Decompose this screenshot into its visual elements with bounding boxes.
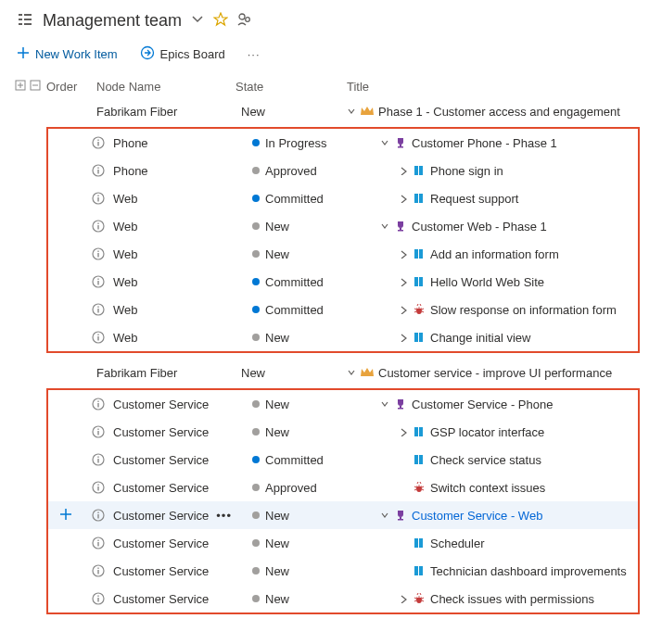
work-item-row[interactable]: PhoneApprovedPhone sign in <box>48 157 638 184</box>
info-icon[interactable] <box>83 453 113 466</box>
info-icon[interactable] <box>83 303 113 316</box>
collapse-all-button[interactable] <box>30 80 41 94</box>
info-icon[interactable] <box>83 509 113 522</box>
arrow-right-circle-icon <box>140 45 155 63</box>
info-icon[interactable] <box>83 481 113 494</box>
work-item-title[interactable]: Request support <box>430 192 518 206</box>
favorite-star-icon[interactable] <box>213 12 228 30</box>
tree-collapse-icon[interactable] <box>380 220 389 234</box>
team-icon[interactable] <box>237 12 252 30</box>
state-dot <box>252 567 260 575</box>
work-item-row[interactable]: WebCommittedHello World Web Site <box>48 268 638 296</box>
tree-expand-icon[interactable] <box>399 592 408 606</box>
info-icon[interactable] <box>83 425 113 438</box>
info-icon[interactable] <box>83 592 113 605</box>
tree-collapse-icon[interactable] <box>380 509 389 523</box>
work-item-title[interactable]: Customer Service - Web <box>412 509 542 523</box>
tree-expand-icon[interactable] <box>399 247 408 261</box>
work-item-row[interactable]: Customer Service•••NewCustomer Service -… <box>48 501 638 529</box>
work-item-row[interactable]: Customer ServiceNewGSP locator interface <box>48 418 638 446</box>
node-name: Web <box>113 331 138 345</box>
work-item-title[interactable]: Add an information form <box>430 247 559 261</box>
work-item-title[interactable]: Technician dashboard improvements <box>430 564 627 578</box>
info-icon[interactable] <box>83 192 113 205</box>
info-icon[interactable] <box>83 275 113 288</box>
work-item-title[interactable]: GSP locator interface <box>430 425 544 439</box>
tree-collapse-icon[interactable] <box>380 398 389 411</box>
work-item-title[interactable]: Check issues with permissions <box>430 592 594 606</box>
info-icon[interactable] <box>83 164 113 177</box>
epic-row[interactable]: Fabrikam FiberNewCustomer service - impr… <box>0 359 649 386</box>
node-name: Phone <box>113 136 148 150</box>
add-row-button[interactable] <box>59 508 72 524</box>
tree-collapse-icon[interactable] <box>347 366 356 380</box>
state-dot <box>252 139 260 146</box>
work-item-row[interactable]: Customer ServiceCommittedCheck service s… <box>48 446 638 474</box>
crown-icon <box>360 365 375 381</box>
col-state[interactable]: State <box>235 80 347 94</box>
state-label: New <box>265 537 289 550</box>
col-title[interactable]: Title <box>347 80 649 94</box>
work-item-title[interactable]: Check service status <box>430 453 541 467</box>
toolbar-more-button[interactable]: ··· <box>248 47 261 61</box>
work-item-title[interactable]: Switch context issues <box>430 481 545 495</box>
work-item-title[interactable]: Slow response on information form <box>430 303 617 317</box>
row-more-button[interactable]: ••• <box>216 509 232 523</box>
backlog-item-icon <box>412 192 426 205</box>
work-item-title[interactable]: Customer Service - Phone <box>412 398 553 411</box>
work-item-title[interactable]: Customer Web - Phase 1 <box>412 220 547 234</box>
trophy-icon <box>393 509 408 522</box>
work-item-row[interactable]: Customer ServiceNewScheduler <box>48 529 638 557</box>
new-work-item-button[interactable]: New Work Item <box>17 46 118 62</box>
state-label: New <box>265 398 289 411</box>
info-icon[interactable] <box>83 537 113 549</box>
info-icon[interactable] <box>83 564 113 577</box>
info-icon[interactable] <box>83 220 113 233</box>
epic-title[interactable]: Phase 1 - Customer access and engagement <box>378 105 620 119</box>
state-dot <box>252 306 260 313</box>
tree-collapse-icon[interactable] <box>347 105 356 119</box>
tree-expand-icon[interactable] <box>399 192 408 206</box>
state-dot <box>252 400 260 408</box>
backlog-item-icon <box>412 425 426 438</box>
bug-icon <box>412 592 426 605</box>
work-item-row[interactable]: PhoneIn ProgressCustomer Phone - Phase 1 <box>48 129 638 157</box>
info-icon[interactable] <box>83 247 113 260</box>
expand-all-button[interactable] <box>15 80 26 94</box>
title-dropdown[interactable] <box>191 13 204 29</box>
info-icon[interactable] <box>83 136 113 149</box>
col-order[interactable]: Order <box>46 80 96 94</box>
work-item-title[interactable]: Change initial view <box>430 331 530 345</box>
epics-board-button[interactable]: Epics Board <box>140 45 225 63</box>
tree-collapse-icon[interactable] <box>380 136 389 150</box>
info-icon[interactable] <box>83 398 113 410</box>
work-item-title[interactable]: Hello World Web Site <box>430 275 544 289</box>
epic-title[interactable]: Customer service - improve UI performanc… <box>378 366 612 380</box>
work-item-row[interactable]: WebNewCustomer Web - Phase 1 <box>48 212 638 240</box>
info-icon[interactable] <box>83 331 113 344</box>
backlog-item-icon <box>412 537 426 549</box>
board-icon <box>17 11 33 31</box>
tree-expand-icon[interactable] <box>399 425 408 439</box>
epic-row[interactable]: Fabrikam FiberNewPhase 1 - Customer acce… <box>0 97 649 125</box>
work-item-row[interactable]: Customer ServiceNewTechnician dashboard … <box>48 557 638 585</box>
tree-expand-icon[interactable] <box>399 164 408 178</box>
work-item-title[interactable]: Phone sign in <box>430 164 503 178</box>
work-item-title[interactable]: Scheduler <box>430 537 485 550</box>
tree-expand-icon[interactable] <box>399 275 408 289</box>
work-item-row[interactable]: WebNewAdd an information form <box>48 240 638 268</box>
work-item-row[interactable]: Customer ServiceNewCheck issues with per… <box>48 585 638 612</box>
work-item-row[interactable]: WebNewChange initial view <box>48 323 638 351</box>
work-item-row[interactable]: Customer ServiceApprovedSwitch context i… <box>48 474 638 501</box>
tree-expand-icon[interactable] <box>399 331 408 345</box>
work-item-row[interactable]: WebCommittedRequest support <box>48 184 638 212</box>
node-name: Web <box>113 275 138 289</box>
state-label: In Progress <box>265 136 326 150</box>
tree-expand-icon[interactable] <box>399 303 408 317</box>
work-item-row[interactable]: Customer ServiceNewCustomer Service - Ph… <box>48 390 638 418</box>
col-node[interactable]: Node Name <box>96 80 235 94</box>
work-item-row[interactable]: WebCommittedSlow response on information… <box>48 296 638 323</box>
work-item-title[interactable]: Customer Phone - Phase 1 <box>412 136 557 150</box>
state-label: New <box>265 592 289 606</box>
state-dot <box>252 250 260 258</box>
